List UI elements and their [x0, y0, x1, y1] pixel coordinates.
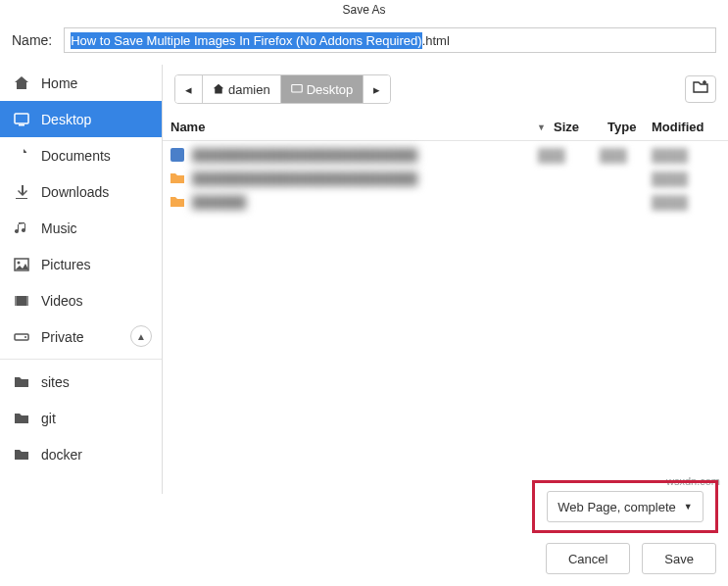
pictures-icon — [14, 257, 29, 272]
file-name: █████████████████████████ — [192, 171, 530, 186]
new-folder-button[interactable] — [685, 75, 716, 103]
desktop-icon — [291, 83, 303, 95]
sidebar-item-label: docker — [41, 447, 82, 463]
sidebar-item-docker[interactable]: docker — [0, 436, 162, 472]
folder-icon — [14, 411, 29, 426]
folder-icon — [170, 195, 184, 209]
filetype-dropdown[interactable]: Web Page, complete ▼ — [547, 491, 703, 522]
sidebar-item-videos[interactable]: Videos — [0, 282, 162, 318]
column-name[interactable]: Name▼ — [170, 120, 554, 134]
eject-icon[interactable]: ▲ — [130, 325, 152, 347]
sort-indicator-icon: ▼ — [537, 122, 546, 132]
file-name: ██████ — [192, 195, 530, 210]
column-type[interactable]: Type — [607, 120, 652, 134]
folder-icon — [14, 374, 29, 390]
places-sidebar: Home Desktop Documents Downloads Music P… — [0, 65, 163, 494]
sidebar-item-pictures[interactable]: Pictures — [0, 246, 162, 282]
sidebar-item-label: Music — [41, 220, 77, 236]
folder-icon — [170, 171, 184, 185]
svg-rect-6 — [26, 296, 28, 306]
column-modified[interactable]: Modified — [652, 120, 720, 134]
svg-rect-0 — [15, 114, 28, 123]
file-type: ███ — [600, 148, 644, 163]
home-icon — [14, 75, 29, 91]
sidebar-item-documents[interactable]: Documents — [0, 137, 162, 173]
svg-point-8 — [24, 336, 26, 338]
filetype-highlight: Web Page, complete ▼ — [532, 480, 718, 533]
sidebar-item-label: Home — [41, 75, 77, 91]
path-segment-label: Desktop — [307, 82, 354, 97]
sidebar-item-label: sites — [41, 374, 70, 390]
sidebar-item-label: Documents — [41, 148, 111, 164]
chevron-down-icon: ▼ — [684, 502, 693, 512]
document-icon — [170, 148, 184, 162]
file-row[interactable]: █████████████████████████ ████ — [163, 167, 728, 190]
window-title: Save As — [0, 0, 728, 20]
videos-icon — [14, 293, 29, 309]
name-label: Name: — [12, 32, 52, 48]
desktop-icon — [14, 112, 29, 127]
file-name: █████████████████████████ — [192, 148, 530, 163]
filename-selection: How to Save Multiple Images In Firefox (… — [71, 32, 421, 49]
sidebar-item-label: Pictures — [41, 257, 91, 272]
sidebar-item-private[interactable]: Private ▲ — [0, 318, 162, 355]
filename-input[interactable]: How to Save Multiple Images In Firefox (… — [64, 27, 716, 53]
sidebar-item-label: Private — [41, 329, 84, 345]
path-segment-home[interactable]: damien — [203, 75, 281, 103]
sidebar-divider — [0, 359, 162, 360]
file-row[interactable]: ██████ ████ — [163, 190, 728, 214]
documents-icon — [14, 148, 29, 164]
file-row[interactable]: █████████████████████████ ███ ███ ████ — [163, 143, 728, 167]
folder-icon — [14, 447, 29, 463]
sidebar-item-label: Downloads — [41, 184, 109, 200]
svg-point-3 — [18, 261, 21, 264]
svg-rect-9 — [291, 85, 302, 93]
sidebar-item-music[interactable]: Music — [0, 210, 162, 246]
filetype-label: Web Page, complete — [558, 500, 675, 514]
column-headers[interactable]: Name▼ Size Type Modified — [163, 114, 728, 141]
sidebar-item-label: git — [41, 411, 56, 426]
downloads-icon — [14, 184, 29, 200]
file-size: ███ — [538, 148, 592, 163]
file-modified: ████ — [652, 195, 720, 210]
sidebar-item-downloads[interactable]: Downloads — [0, 173, 162, 210]
path-back-button[interactable]: ◂ — [175, 75, 203, 103]
svg-rect-4 — [15, 296, 28, 306]
new-folder-icon — [693, 80, 708, 98]
svg-rect-10 — [170, 148, 184, 162]
save-button[interactable]: Save — [642, 543, 716, 574]
svg-rect-1 — [19, 124, 24, 126]
column-size[interactable]: Size — [554, 120, 607, 134]
file-modified: ████ — [652, 148, 720, 163]
cancel-button[interactable]: Cancel — [546, 543, 630, 574]
sidebar-item-home[interactable]: Home — [0, 65, 162, 101]
svg-rect-5 — [15, 296, 17, 306]
home-icon — [213, 83, 224, 95]
sidebar-item-desktop[interactable]: Desktop — [0, 101, 162, 137]
sidebar-item-label: Videos — [41, 293, 83, 309]
file-modified: ████ — [652, 171, 720, 186]
path-segment-label: damien — [228, 82, 270, 97]
sidebar-item-sites[interactable]: sites — [0, 364, 162, 400]
sidebar-item-label: Desktop — [41, 112, 91, 127]
path-segment-desktop[interactable]: Desktop — [281, 75, 364, 103]
file-list: █████████████████████████ ███ ███ ████ █… — [163, 141, 728, 216]
filename-suffix: .html — [422, 33, 450, 48]
drive-icon — [14, 329, 29, 345]
path-forward-button[interactable]: ▸ — [364, 75, 390, 103]
music-icon — [14, 220, 29, 236]
sidebar-item-git[interactable]: git — [0, 400, 162, 436]
